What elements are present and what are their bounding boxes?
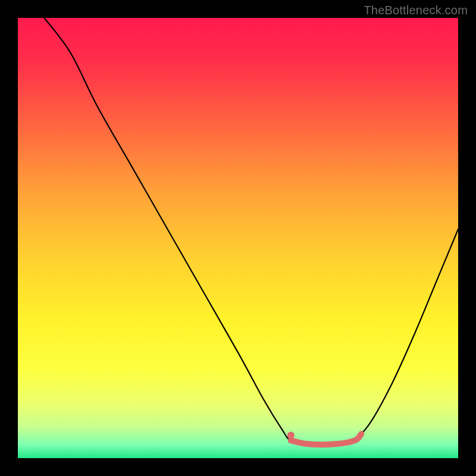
watermark-text: TheBottleneck.com bbox=[364, 4, 468, 17]
highlight-dot-icon bbox=[287, 432, 295, 439]
chart-plot-area bbox=[18, 18, 458, 458]
chart-marker-layer bbox=[18, 18, 458, 458]
